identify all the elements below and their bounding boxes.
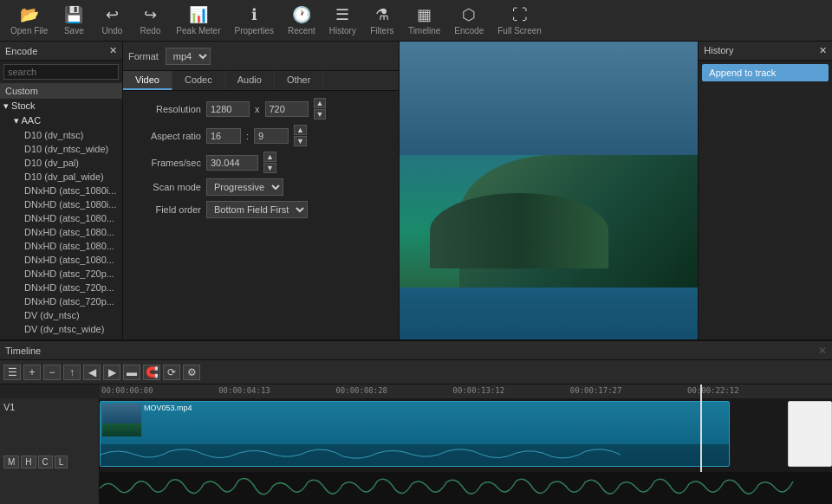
list-item[interactable]: D10 (dv_pal_wide) bbox=[0, 170, 122, 184]
toolbar-recent[interactable]: 🕐 Recent bbox=[281, 2, 322, 39]
resolution-up-button[interactable]: ▲ bbox=[314, 98, 327, 108]
preset-stock[interactable]: ▾ Stock bbox=[0, 99, 122, 113]
aspect-sep: : bbox=[246, 131, 249, 141]
timecode-2: 00:00:08:28 bbox=[334, 384, 389, 397]
toolbar-fullscreen[interactable]: ⛶ Full Screen bbox=[491, 3, 549, 39]
frames-up-button[interactable]: ▲ bbox=[263, 152, 276, 162]
list-item[interactable]: DNxHD (atsc_720p... bbox=[0, 267, 122, 281]
toolbar-history[interactable]: ☰ History bbox=[322, 2, 363, 39]
toolbar-properties[interactable]: ℹ Properties bbox=[228, 2, 282, 39]
list-item[interactable]: DNxHD (atsc_720p... bbox=[0, 294, 122, 308]
audio-track-area bbox=[100, 472, 832, 504]
track-composite-button[interactable]: C bbox=[38, 456, 53, 468]
history-title: History bbox=[704, 45, 733, 56]
aspect-down-button[interactable]: ▼ bbox=[294, 136, 307, 146]
timeline-panel-toggle[interactable]: ✕ bbox=[818, 345, 827, 357]
redo-icon: ↪ bbox=[144, 5, 157, 24]
track-controls: M H C L bbox=[3, 456, 95, 468]
encode-icon: ⬡ bbox=[462, 5, 476, 24]
tab-video[interactable]: Video bbox=[123, 71, 172, 90]
v1-track-label: V1 M H C L bbox=[0, 398, 100, 472]
resolution-width-input[interactable] bbox=[206, 101, 250, 117]
history-item-append[interactable]: Append to track bbox=[702, 64, 829, 81]
track-mute-button[interactable]: M bbox=[3, 456, 19, 468]
aspect-height-input[interactable] bbox=[254, 128, 289, 144]
scan-mode-select[interactable]: Progressive bbox=[206, 178, 283, 196]
aspect-width-input[interactable] bbox=[206, 128, 241, 144]
video-settings-form: Resolution x ▲ ▼ Aspect ratio : ▲ bbox=[123, 91, 399, 225]
aspect-ratio-row: Aspect ratio : ▲ ▼ bbox=[132, 125, 390, 146]
resolution-row: Resolution x ▲ ▼ bbox=[132, 98, 390, 120]
list-item[interactable]: DNxHD (atsc_1080i... bbox=[0, 184, 122, 197]
timeline-loop-button[interactable]: ⟳ bbox=[163, 365, 180, 380]
track-hide-button[interactable]: H bbox=[21, 456, 36, 468]
timeline-next-button[interactable]: ▶ bbox=[103, 365, 120, 380]
v1-track-name: V1 bbox=[3, 402, 95, 412]
toolbar-encode-label: Encode bbox=[454, 26, 484, 36]
toolbar-filters-label: Filters bbox=[370, 26, 393, 36]
track-lock-button[interactable]: L bbox=[55, 456, 68, 468]
encode-title: Encode bbox=[5, 46, 37, 56]
audio-waveform-row bbox=[0, 472, 832, 504]
field-order-row: Field order Bottom Field First bbox=[132, 201, 390, 218]
timeline-overwrite-button[interactable]: ▬ bbox=[123, 365, 140, 380]
list-item[interactable]: D10 (dv_ntsc) bbox=[0, 128, 122, 142]
toolbar-save[interactable]: 💾 Save bbox=[55, 2, 93, 39]
field-order-label: Field order bbox=[132, 204, 201, 215]
timeline-settings-button[interactable]: ⚙ bbox=[183, 365, 200, 380]
history-close[interactable]: ✕ bbox=[819, 45, 827, 56]
list-item[interactable]: DNxHD (atsc_1080... bbox=[0, 225, 122, 239]
clip-mov053[interactable]: MOV053.mp4 bbox=[100, 401, 730, 467]
toolbar-peak-meter[interactable]: 📊 Peak Meter bbox=[169, 2, 227, 39]
format-select[interactable]: mp4 bbox=[166, 48, 211, 65]
aspect-up-button[interactable]: ▲ bbox=[294, 125, 307, 135]
list-item[interactable]: DNxHD (atsc_1080i... bbox=[0, 197, 122, 211]
toolbar-history-label: History bbox=[329, 26, 356, 36]
toolbar-open-file-label: Open File bbox=[10, 26, 48, 36]
list-item[interactable]: D10 (dv_ntsc_wide) bbox=[0, 142, 122, 156]
timeline-menu-button[interactable]: ☰ bbox=[3, 365, 21, 380]
tab-audio[interactable]: Audio bbox=[225, 71, 275, 90]
field-order-select[interactable]: Bottom Field First bbox=[206, 201, 308, 218]
tab-codec[interactable]: Codec bbox=[172, 71, 225, 90]
toolbar-redo[interactable]: ↪ Redo bbox=[131, 2, 169, 39]
timeline-snap-button[interactable]: 🧲 bbox=[143, 365, 160, 380]
v1-track-area[interactable]: MOV053.mp4 bbox=[100, 398, 832, 472]
toolbar-open-file[interactable]: 📂 Open File bbox=[3, 2, 55, 39]
toolbar-undo[interactable]: ↩ Undo bbox=[93, 2, 131, 39]
search-input[interactable] bbox=[3, 64, 119, 80]
frames-down-button[interactable]: ▼ bbox=[263, 163, 276, 173]
toolbar-timeline[interactable]: ▦ Timeline bbox=[401, 2, 447, 39]
toolbar-filters[interactable]: ⚗ Filters bbox=[363, 2, 401, 39]
scan-mode-row: Scan mode Progressive bbox=[132, 178, 390, 196]
tab-other[interactable]: Other bbox=[275, 71, 324, 90]
toolbar-encode[interactable]: ⬡ Encode bbox=[447, 2, 491, 39]
timecode-1: 00:00:04:13 bbox=[217, 384, 272, 397]
list-item[interactable]: DNxHD (atsc_1080... bbox=[0, 253, 122, 267]
resolution-down-button[interactable]: ▼ bbox=[314, 109, 327, 120]
preset-custom[interactable]: Custom bbox=[0, 83, 122, 99]
list-item[interactable]: DV (dv_ntsc) bbox=[0, 308, 122, 322]
format-label: Format bbox=[128, 51, 159, 61]
timeline-icon: ▦ bbox=[417, 5, 432, 24]
list-item[interactable]: DNxHD (atsc_1080... bbox=[0, 211, 122, 225]
encode-panel-close[interactable]: ✕ bbox=[109, 45, 117, 56]
toolbar-properties-label: Properties bbox=[235, 26, 275, 36]
resolution-height-input[interactable] bbox=[265, 101, 309, 117]
clip-label: MOV053.mp4 bbox=[144, 404, 192, 412]
timeline-add-button[interactable]: + bbox=[23, 365, 41, 380]
frames-input[interactable] bbox=[206, 155, 258, 171]
timeline-remove-button[interactable]: − bbox=[43, 365, 61, 380]
preset-aac[interactable]: ▾ AAC bbox=[0, 113, 122, 128]
timeline-prev-button[interactable]: ◀ bbox=[83, 365, 101, 380]
history-icon: ☰ bbox=[335, 5, 349, 24]
clip-thumbnail bbox=[102, 404, 141, 436]
list-item[interactable]: DNxHD (atsc_720p... bbox=[0, 281, 122, 294]
toolbar-fullscreen-label: Full Screen bbox=[497, 26, 542, 36]
scan-mode-label: Scan mode bbox=[132, 182, 201, 192]
list-item[interactable]: DV (dv_ntsc_wide) bbox=[0, 322, 122, 336]
list-item[interactable]: DNxHD (atsc_1080... bbox=[0, 239, 122, 253]
timeline-lift-button[interactable]: ↑ bbox=[63, 365, 81, 380]
toolbar: 📂 Open File 💾 Save ↩ Undo ↪ Redo 📊 Peak … bbox=[0, 0, 832, 42]
list-item[interactable]: D10 (dv_pal) bbox=[0, 156, 122, 170]
